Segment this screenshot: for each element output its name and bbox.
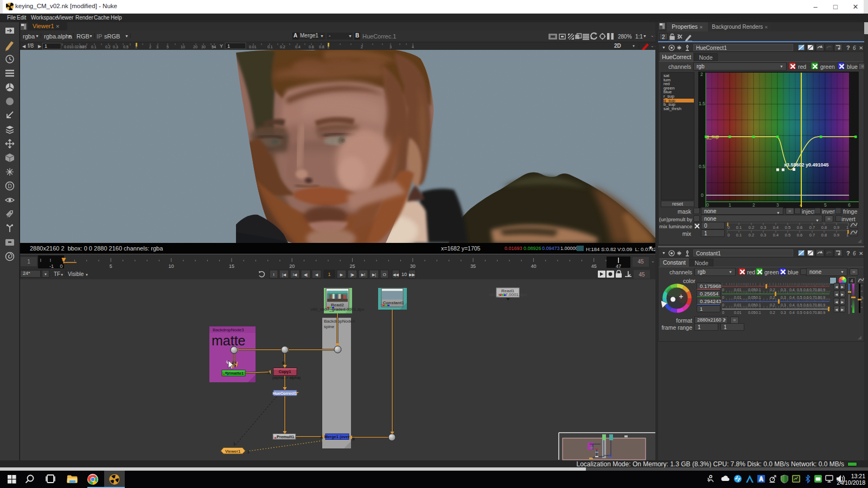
svg-text:⌄⌄: ⌄⌄	[650, 43, 655, 48]
svg-text:0.5: 0.5	[797, 296, 802, 299]
svg-text:0.3: 0.3	[113, 45, 118, 49]
svg-text:?: ?	[846, 44, 850, 51]
svg-text:Merge1 (over: Merge1 (over	[324, 434, 350, 439]
svg-text:D: D	[8, 183, 11, 189]
svg-text:▶: ▶	[841, 308, 844, 311]
svg-text:◀◀: ◀◀	[393, 273, 399, 277]
svg-text:20: 20	[193, 45, 197, 49]
svg-text:v60_sh07_graded.0001.dpx: v60_sh07_graded.0001.dpx	[310, 307, 364, 312]
svg-text:✕: ✕	[859, 251, 863, 256]
svg-text:30: 30	[201, 45, 206, 49]
svg-text:2D: 2D	[614, 43, 621, 49]
svg-text:Viewer1: Viewer1	[225, 449, 240, 454]
svg-text:B: B	[352, 437, 355, 441]
svg-text:_Premult1: _Premult1	[274, 434, 294, 439]
svg-text:3: 3	[156, 45, 158, 49]
svg-text:0.5: 0.5	[699, 164, 705, 169]
svg-text:0.3: 0.3	[781, 296, 786, 299]
svg-text:▶|: ▶|	[372, 273, 376, 277]
svg-text:Y: Y	[220, 43, 223, 49]
svg-text:0: 0	[722, 311, 724, 314]
svg-text:4: 4	[412, 45, 414, 49]
svg-text:5: 5	[824, 202, 827, 208]
svg-text:0.5: 0.5	[785, 233, 790, 237]
svg-text:1: 1	[328, 272, 330, 277]
svg-text:0.1: 0.1	[756, 296, 761, 299]
svg-text:0.05: 0.05	[748, 311, 756, 314]
svg-text:1: 1	[846, 233, 848, 237]
svg-text:0.3: 0.3	[761, 233, 766, 237]
svg-text:1: 1	[233, 442, 235, 446]
svg-text:-1: -1	[49, 264, 54, 269]
svg-text:6: 6	[853, 45, 856, 51]
svg-text:0.2: 0.2	[280, 45, 285, 49]
svg-text:A: A	[267, 371, 270, 375]
svg-text:◀: ◀	[835, 300, 838, 304]
svg-text:30: 30	[410, 264, 416, 269]
svg-text:v60_sh07.0001.dpx: v60_sh07.0001.dpx	[489, 292, 527, 297]
svg-text:4: 4	[800, 202, 802, 208]
svg-text:0.5: 0.5	[123, 45, 129, 49]
svg-text:0: 0	[722, 303, 724, 307]
svg-text:0.4: 0.4	[773, 233, 778, 237]
svg-text:I: I	[273, 272, 274, 277]
svg-text:◀: ◀	[835, 285, 838, 288]
svg-text:▶▶: ▶▶	[409, 273, 415, 277]
svg-text:2: 2	[700, 72, 703, 77]
svg-text:2: 2	[361, 45, 363, 49]
svg-text:47: 47	[616, 264, 621, 269]
svg-text:15: 15	[229, 264, 234, 269]
svg-text:1:1: 1:1	[635, 34, 643, 40]
svg-text:0.5: 0.5	[797, 311, 802, 314]
svg-text:0.3: 0.3	[781, 303, 786, 307]
svg-text:◀: ◀	[315, 273, 318, 277]
svg-text:0.01: 0.01	[249, 45, 257, 49]
svg-text:0.6: 0.6	[309, 45, 314, 49]
svg-text:10: 10	[401, 272, 407, 277]
svg-text:0.5: 0.5	[797, 288, 802, 292]
svg-text:0.2: 0.2	[105, 45, 111, 49]
svg-text:1: 1	[227, 43, 230, 49]
svg-text:0.1: 0.1	[91, 45, 97, 49]
svg-text:0.6: 0.6	[797, 233, 802, 237]
svg-text:40: 40	[531, 264, 536, 269]
svg-text:0: 0	[861, 297, 864, 300]
svg-text:0.9: 0.9	[834, 233, 839, 237]
svg-text:3: 3	[390, 45, 392, 49]
svg-text:280%: 280%	[618, 34, 632, 40]
svg-text:0.70.80.9: 0.70.80.9	[809, 296, 825, 299]
svg-text:0: 0	[727, 233, 730, 237]
svg-text:Primatte1: Primatte1	[225, 371, 244, 376]
svg-text:0.05: 0.05	[79, 45, 87, 49]
svg-text:▶: ▶	[841, 300, 844, 304]
svg-text:6: 6	[853, 251, 856, 256]
svg-text:0.4: 0.4	[295, 45, 301, 49]
svg-text:0.2: 0.2	[770, 296, 775, 299]
svg-text:HueCorrect1: HueCorrect1	[272, 391, 297, 396]
svg-text:0.1: 0.1	[267, 45, 273, 49]
svg-text:0.6: 0.6	[803, 303, 809, 307]
svg-text:◀: ◀	[835, 293, 838, 296]
svg-text:6: 6	[848, 202, 851, 208]
svg-text:5: 5	[110, 264, 112, 269]
svg-text:1: 1	[135, 45, 137, 49]
svg-text:0.70.80.9: 0.70.80.9	[809, 303, 825, 307]
svg-text:_Constant1: _Constant1	[380, 300, 404, 305]
svg-text:0.70.80.9: 0.70.80.9	[809, 288, 825, 292]
svg-text:0.5: 0.5	[797, 303, 802, 307]
svg-text:0.3: 0.3	[781, 311, 786, 314]
svg-text:◀: ◀	[835, 308, 838, 311]
svg-text:0.01: 0.01	[734, 303, 742, 307]
svg-text:0.8: 0.8	[319, 45, 324, 49]
svg-text:0.2: 0.2	[770, 303, 775, 307]
svg-text:0.4: 0.4	[789, 303, 795, 307]
svg-text:2: 2	[149, 45, 151, 49]
svg-text:x3.55602 y0.491045: x3.55602 y0.491045	[784, 162, 829, 168]
svg-text:0.05: 0.05	[748, 303, 756, 307]
svg-text:Copy1: Copy1	[279, 369, 291, 374]
svg-text:0.1: 0.1	[756, 288, 761, 292]
svg-text:0.01: 0.01	[734, 311, 742, 314]
svg-text:▶I: ▶I	[361, 273, 365, 277]
svg-text:0.70.80.9: 0.70.80.9	[809, 311, 825, 314]
svg-text:0.05: 0.05	[748, 288, 756, 292]
